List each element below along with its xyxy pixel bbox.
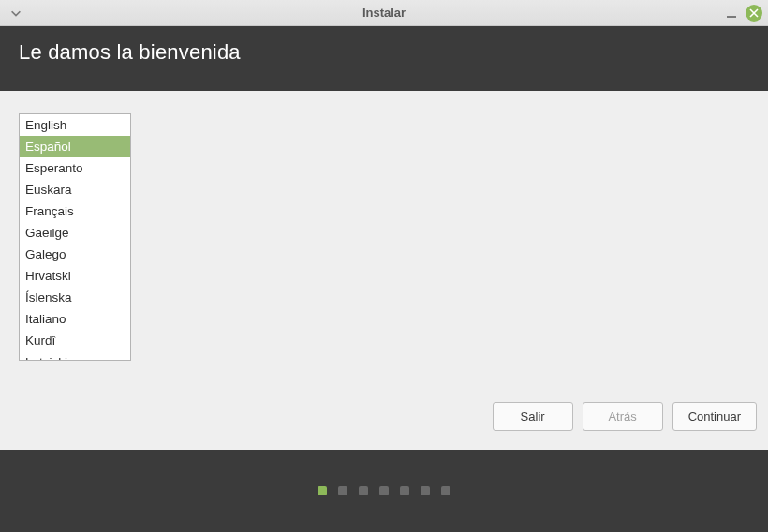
installer-window: Instalar Le damos la bienvenida EnglishE… — [0, 0, 768, 532]
language-option[interactable]: Íslenska — [20, 287, 130, 308]
close-button[interactable] — [746, 5, 762, 22]
language-option[interactable]: Esperanto — [20, 157, 130, 179]
progress-step-dot — [338, 486, 347, 495]
minimize-button[interactable] — [723, 5, 740, 22]
button-row: Salir Atrás Continuar — [0, 402, 768, 450]
progress-step-dot — [441, 486, 450, 495]
continue-button[interactable]: Continuar — [672, 402, 757, 431]
language-option[interactable]: Hrvatski — [20, 265, 130, 287]
titlebar: Instalar — [0, 0, 768, 26]
language-option[interactable]: Kurdî — [20, 330, 130, 351]
language-option[interactable]: Galego — [20, 244, 130, 265]
language-list[interactable]: EnglishEspañolEsperantoEuskaraFrançaisGa… — [19, 113, 131, 361]
progress-step-dot — [400, 486, 409, 495]
language-option[interactable]: Latviski — [20, 351, 130, 361]
progress-step-dot — [421, 486, 430, 495]
language-option[interactable]: Gaeilge — [20, 222, 130, 244]
content-area: EnglishEspañolEsperantoEuskaraFrançaisGa… — [0, 91, 768, 402]
page-header: Le damos la bienvenida — [0, 26, 768, 91]
progress-step-dot — [318, 486, 327, 495]
language-option[interactable]: Euskara — [20, 179, 130, 200]
progress-step-dot — [379, 486, 389, 495]
page-title: Le damos la bienvenida — [19, 40, 749, 65]
language-option[interactable]: Español — [20, 136, 130, 157]
back-button: Atrás — [583, 402, 663, 431]
window-title: Instalar — [362, 6, 406, 20]
progress-footer — [0, 450, 768, 532]
language-option[interactable]: Français — [20, 200, 130, 222]
language-option[interactable]: English — [20, 114, 130, 136]
language-option[interactable]: Italiano — [20, 308, 130, 330]
window-menu-icon[interactable] — [7, 5, 24, 22]
quit-button[interactable]: Salir — [493, 402, 573, 431]
progress-step-dot — [359, 486, 368, 495]
